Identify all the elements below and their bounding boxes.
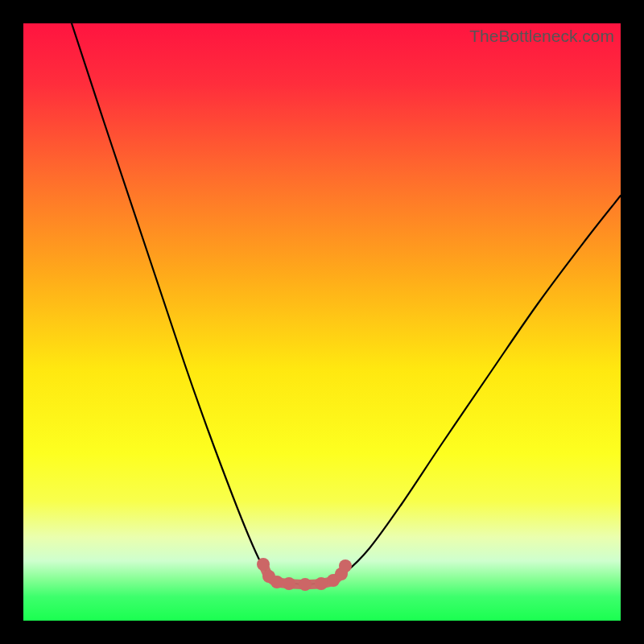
highlight-marker — [339, 559, 352, 572]
chart-svg — [23, 23, 621, 621]
highlight-marker — [257, 558, 270, 571]
highlight-marker — [283, 577, 295, 590]
highlight-marker — [315, 577, 328, 590]
highlight-marker-group — [257, 558, 352, 591]
bottleneck-curve — [72, 23, 621, 584]
watermark-text: TheBottleneck.com — [469, 27, 614, 46]
chart-frame: TheBottleneck.com — [23, 23, 621, 621]
highlight-marker — [270, 576, 283, 588]
highlight-marker — [299, 578, 312, 591]
